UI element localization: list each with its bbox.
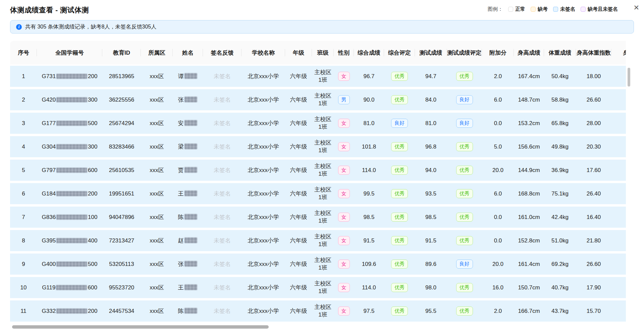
cell-test-score: 95.5 <box>415 308 447 315</box>
cell-edu-id: 19951651 <box>102 190 141 197</box>
column-header-10: 综合成绩 <box>354 49 384 57</box>
cell-test-score: 91.5 <box>415 237 447 244</box>
cell-gender: 女 <box>334 142 354 151</box>
legend-swatch-absent <box>531 7 536 12</box>
status-badge: 优秀 <box>456 283 473 292</box>
status-badge: 女 <box>338 72 350 81</box>
table-row[interactable]: 9G40050053205113xxx区张未签名北京xxx小学六年级主校区1班女… <box>10 254 626 275</box>
cell-index: 2 <box>10 97 37 103</box>
table-row[interactable]: 11G33220024457534xxx区陈未签名北京xxx小学六年级主校区1班… <box>10 300 626 322</box>
status-badge: 良好 <box>391 119 408 128</box>
table-row[interactable]: 6G18420019951651xxx区王未签名北京xxx小学六年级主校区1班女… <box>10 183 626 204</box>
cell-total-score: 98.5 <box>354 214 384 221</box>
redacted-blur <box>184 190 197 196</box>
cell-edu-id: 28513965 <box>102 73 141 80</box>
table-row[interactable]: 2G42030036225556xxx区张未签名北京xxx小学六年级主校区1班男… <box>10 89 626 110</box>
table-row[interactable]: 3G17750025674294xxx区安未签名北京xxx小学六年级主校区1班女… <box>10 113 626 134</box>
cell-edu-id: 94047896 <box>102 214 141 221</box>
status-badge: 优秀 <box>391 236 408 245</box>
cell-bmi: 28.00 <box>576 120 611 127</box>
cell-total-score: 99.5 <box>354 190 384 197</box>
cell-test-score: 81.0 <box>415 120 447 127</box>
table-row[interactable]: 10G11960095523720xxx区王未签名北京xxx小学六年级主校区1班… <box>10 277 626 298</box>
legend-item-absent-unsigned: 缺考且未签名 <box>581 6 618 12</box>
cell-grade: 六年级 <box>285 260 312 268</box>
cell-index: 10 <box>10 284 37 291</box>
table-row[interactable]: 8G39540072313427xxx区赵未签名北京xxx小学六年级主校区1班女… <box>10 230 626 251</box>
cell-height: 150.7cm <box>514 284 544 291</box>
redacted-blur <box>56 215 87 220</box>
cell-name: 张 <box>173 260 203 268</box>
redacted-blur <box>184 308 197 314</box>
redacted-blur <box>56 238 87 243</box>
horizontal-scrollbar[interactable] <box>10 325 626 329</box>
cell-school: 北京xxx小学 <box>241 307 285 315</box>
vertical-scrollbar-thumb[interactable] <box>628 68 630 87</box>
cell-bmi: 21.80 <box>576 237 611 244</box>
cell-sign-feedback: 未签名 <box>203 166 241 174</box>
cell-name: 赵 <box>173 237 203 244</box>
legend-item-label: 缺考 <box>538 6 548 12</box>
table-row[interactable]: 4G30430083283466xxx区梁未签名北京xxx小学六年级主校区1班女… <box>10 136 626 157</box>
cell-index: 1 <box>10 73 37 80</box>
cell-gender: 女 <box>334 236 354 245</box>
cell-total-score: 90.0 <box>354 97 384 103</box>
cell-school: 北京xxx小学 <box>241 190 285 198</box>
table-row[interactable]: 7G83610094047896xxx区陈未签名北京xxx小学六年级主校区1班女… <box>10 207 626 228</box>
cell-index: 7 <box>10 214 37 221</box>
cell-height: 167.4cm <box>514 73 544 80</box>
cell-index: 11 <box>10 308 37 315</box>
status-badge: 良好 <box>456 260 473 269</box>
cell-test-rating: 优秀 <box>447 72 482 81</box>
cell-test-rating: 优秀 <box>447 283 482 292</box>
cell-name: 王 <box>173 284 203 291</box>
close-icon[interactable]: ✕ <box>633 4 639 11</box>
redacted-blur <box>56 121 87 126</box>
cell-student-id: G797600 <box>37 167 102 174</box>
column-header-3: 所属区 <box>141 49 173 57</box>
status-badge: 女 <box>338 236 350 245</box>
cell-height: 144.9cm <box>514 167 544 174</box>
cell-index: 3 <box>10 120 37 127</box>
cell-name: 梁 <box>173 143 203 151</box>
redacted-blur <box>56 285 87 290</box>
page-title: 体测成绩查看 - 测试体测 <box>10 5 89 15</box>
cell-bmi: 26.60 <box>576 261 611 268</box>
status-badge: 优秀 <box>391 95 408 104</box>
cell-weight: 36.9kg <box>544 167 576 174</box>
table-row[interactable]: 1G73120028513965xxx区谭未签名北京xxx小学六年级主校区1班女… <box>10 66 626 87</box>
cell-total-score: 114.0 <box>354 284 384 291</box>
redacted-blur <box>184 167 197 173</box>
status-badge: 优秀 <box>456 189 473 198</box>
cell-class: 主校区1班 <box>312 163 334 178</box>
table-row[interactable]: 5G79760025610535xxx区贾未签名北京xxx小学六年级主校区1班女… <box>10 160 626 181</box>
legend-swatch-absent-unsigned <box>581 7 586 12</box>
vertical-scrollbar[interactable] <box>627 66 631 320</box>
cell-edu-id: 25610535 <box>102 167 141 174</box>
cell-weight: 50.4kg <box>544 73 576 80</box>
cell-district: xxx区 <box>141 284 173 291</box>
redacted-blur <box>184 237 197 243</box>
cell-bonus: 0.0 <box>482 120 514 127</box>
redacted-blur <box>56 168 87 173</box>
redacted-blur <box>56 191 87 196</box>
cell-school: 北京xxx小学 <box>241 72 285 80</box>
status-badge: 良好 <box>456 95 473 104</box>
cell-school: 北京xxx小学 <box>241 119 285 127</box>
cell-height: 161.4cm <box>514 261 544 268</box>
cell-sign-feedback: 未签名 <box>203 119 241 127</box>
legend-item-absent: 缺考 <box>531 6 548 12</box>
legend-item-normal: 正常 <box>508 6 525 12</box>
cell-sign-feedback: 未签名 <box>203 307 241 315</box>
horizontal-scrollbar-thumb[interactable] <box>12 325 269 329</box>
cell-class: 主校区1班 <box>312 210 334 225</box>
cell-gender: 男 <box>334 95 354 104</box>
cell-gender: 女 <box>334 283 354 292</box>
cell-weight: 65.8kg <box>544 120 576 127</box>
cell-district: xxx区 <box>141 119 173 127</box>
cell-name: 陈 <box>173 307 203 315</box>
cell-student-id: G119600 <box>37 284 102 291</box>
cell-total-rating: 优秀 <box>384 306 415 316</box>
status-badge: 女 <box>338 119 350 128</box>
cell-index: 6 <box>10 190 37 197</box>
